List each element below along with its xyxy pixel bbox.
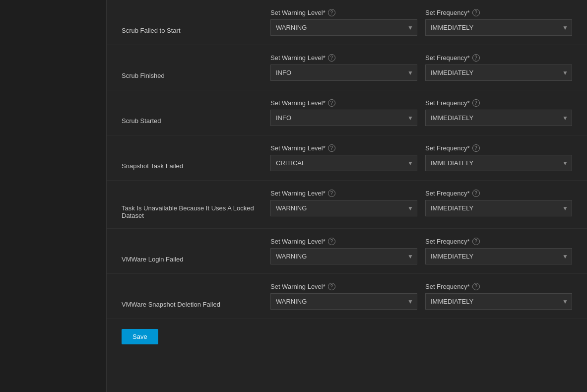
warning-select-snapshot-task-failed[interactable]: INFOWARNINGCRITICALALERT <box>270 155 417 171</box>
warning-field-vmware-login-failed: Set Warning Level*?INFOWARNINGCRITICALAL… <box>270 238 417 264</box>
sidebar <box>0 0 107 392</box>
label-vmware-snapshot-deletion-failed: VMWare Snapshot Deletion Failed <box>122 283 261 308</box>
field-pair-scrub-started: Set Warning Level*?INFOWARNINGCRITICALAL… <box>270 99 572 126</box>
frequency-select-snapshot-task-failed[interactable]: IMMEDIATELYHOURLYDAILYWEEKLY <box>425 155 572 171</box>
frequency-select-scrub-started[interactable]: IMMEDIATELYHOURLYDAILYWEEKLY <box>425 110 572 126</box>
frequency-select-wrapper-task-unavailable-locked-dataset: IMMEDIATELYHOURLYDAILYWEEKLY▼ <box>425 200 572 216</box>
frequency-field-scrub-started: Set Frequency*?IMMEDIATELYHOURLYDAILYWEE… <box>425 99 572 126</box>
warning-field-scrub-finished: Set Warning Level*?INFOWARNINGCRITICALAL… <box>270 54 417 81</box>
frequency-label-text-scrub-started: Set Frequency* <box>425 99 470 107</box>
warning-select-scrub-finished[interactable]: INFOWARNINGCRITICALALERT <box>270 65 417 81</box>
frequency-label-text-vmware-login-failed: Set Frequency* <box>425 238 470 245</box>
label-scrub-failed-to-start: Scrub Failed to Start <box>122 9 261 34</box>
warning-label-text-task-unavailable-locked-dataset: Set Warning Level* <box>270 190 326 197</box>
frequency-label-text-snapshot-task-failed: Set Frequency* <box>425 144 470 152</box>
frequency-field-task-unavailable-locked-dataset: Set Frequency*?IMMEDIATELYHOURLYDAILYWEE… <box>425 190 572 216</box>
field-pair-scrub-finished: Set Warning Level*?INFOWARNINGCRITICALAL… <box>270 54 572 81</box>
warning-select-task-unavailable-locked-dataset[interactable]: INFOWARNINGCRITICALALERT <box>270 200 417 216</box>
warning-label-text-scrub-failed-to-start: Set Warning Level* <box>270 9 326 16</box>
label-scrub-finished: Scrub Finished <box>122 54 261 79</box>
warning-help-icon-vmware-snapshot-deletion-failed[interactable]: ? <box>328 283 335 290</box>
frequency-select-vmware-snapshot-deletion-failed[interactable]: IMMEDIATELYHOURLYDAILYWEEKLY <box>425 293 572 310</box>
warning-label-text-vmware-login-failed: Set Warning Level* <box>270 238 326 245</box>
frequency-label-task-unavailable-locked-dataset: Set Frequency*? <box>425 190 572 197</box>
warning-help-icon-vmware-login-failed[interactable]: ? <box>328 238 335 245</box>
warning-label-scrub-finished: Set Warning Level*? <box>270 54 417 62</box>
frequency-help-icon-scrub-finished[interactable]: ? <box>472 54 480 62</box>
frequency-field-snapshot-task-failed: Set Frequency*?IMMEDIATELYHOURLYDAILYWEE… <box>425 144 572 171</box>
main-content: Scrub Failed to StartSet Warning Level*?… <box>107 0 587 392</box>
frequency-label-scrub-finished: Set Frequency*? <box>425 54 572 62</box>
row-vmware-snapshot-deletion-failed: VMWare Snapshot Deletion FailedSet Warni… <box>107 274 587 319</box>
frequency-select-task-unavailable-locked-dataset[interactable]: IMMEDIATELYHOURLYDAILYWEEKLY <box>425 200 572 216</box>
fields-scrub-finished: Set Warning Level*?INFOWARNINGCRITICALAL… <box>270 54 572 81</box>
warning-help-icon-snapshot-task-failed[interactable]: ? <box>328 144 335 152</box>
label-scrub-started: Scrub Started <box>122 99 261 125</box>
warning-label-text-scrub-started: Set Warning Level* <box>270 99 326 107</box>
row-scrub-failed-to-start: Scrub Failed to StartSet Warning Level*?… <box>107 0 587 45</box>
row-vmware-login-failed: VMWare Login FailedSet Warning Level*?IN… <box>107 229 587 274</box>
frequency-help-icon-vmware-snapshot-deletion-failed[interactable]: ? <box>472 283 480 290</box>
footer: Save <box>107 319 587 354</box>
frequency-select-wrapper-snapshot-task-failed: IMMEDIATELYHOURLYDAILYWEEKLY▼ <box>425 155 572 171</box>
warning-label-text-scrub-finished: Set Warning Level* <box>270 54 326 62</box>
warning-help-icon-scrub-started[interactable]: ? <box>328 99 335 107</box>
warning-select-wrapper-task-unavailable-locked-dataset: INFOWARNINGCRITICALALERT▼ <box>270 200 417 216</box>
rows-container: Scrub Failed to StartSet Warning Level*?… <box>107 0 587 319</box>
fields-vmware-login-failed: Set Warning Level*?INFOWARNINGCRITICALAL… <box>270 238 572 264</box>
page-wrapper: Scrub Failed to StartSet Warning Level*?… <box>0 0 587 392</box>
frequency-label-text-scrub-finished: Set Frequency* <box>425 54 470 62</box>
frequency-help-icon-task-unavailable-locked-dataset[interactable]: ? <box>472 190 480 197</box>
label-snapshot-task-failed: Snapshot Task Failed <box>122 144 261 170</box>
warning-select-wrapper-scrub-started: INFOWARNINGCRITICALALERT▼ <box>270 110 417 126</box>
fields-snapshot-task-failed: Set Warning Level*?INFOWARNINGCRITICALAL… <box>270 144 572 171</box>
row-task-unavailable-locked-dataset: Task Is Unavailable Because It Uses A Lo… <box>107 181 587 229</box>
frequency-help-icon-snapshot-task-failed[interactable]: ? <box>472 144 480 152</box>
save-button[interactable]: Save <box>122 329 158 344</box>
frequency-help-icon-scrub-failed-to-start[interactable]: ? <box>472 9 480 16</box>
warning-label-scrub-started: Set Warning Level*? <box>270 99 417 107</box>
frequency-label-vmware-snapshot-deletion-failed: Set Frequency*? <box>425 283 572 290</box>
fields-scrub-started: Set Warning Level*?INFOWARNINGCRITICALAL… <box>270 99 572 126</box>
warning-help-icon-task-unavailable-locked-dataset[interactable]: ? <box>328 190 335 197</box>
field-pair-snapshot-task-failed: Set Warning Level*?INFOWARNINGCRITICALAL… <box>270 144 572 171</box>
warning-label-snapshot-task-failed: Set Warning Level*? <box>270 144 417 152</box>
warning-select-vmware-snapshot-deletion-failed[interactable]: INFOWARNINGCRITICALALERT <box>270 293 417 310</box>
warning-label-vmware-login-failed: Set Warning Level*? <box>270 238 417 245</box>
warning-select-wrapper-scrub-failed-to-start: INFOWARNINGCRITICALALERT▼ <box>270 19 417 36</box>
frequency-label-text-task-unavailable-locked-dataset: Set Frequency* <box>425 190 470 197</box>
frequency-label-scrub-failed-to-start: Set Frequency*? <box>425 9 572 16</box>
warning-field-vmware-snapshot-deletion-failed: Set Warning Level*?INFOWARNINGCRITICALAL… <box>270 283 417 310</box>
frequency-select-wrapper-scrub-finished: IMMEDIATELYHOURLYDAILYWEEKLY▼ <box>425 65 572 81</box>
frequency-field-scrub-finished: Set Frequency*?IMMEDIATELYHOURLYDAILYWEE… <box>425 54 572 81</box>
row-scrub-finished: Scrub FinishedSet Warning Level*?INFOWAR… <box>107 45 587 90</box>
warning-select-scrub-failed-to-start[interactable]: INFOWARNINGCRITICALALERT <box>270 19 417 36</box>
frequency-select-vmware-login-failed[interactable]: IMMEDIATELYHOURLYDAILYWEEKLY <box>425 248 572 264</box>
warning-select-wrapper-snapshot-task-failed: INFOWARNINGCRITICALALERT▼ <box>270 155 417 171</box>
warning-select-wrapper-vmware-login-failed: INFOWARNINGCRITICALALERT▼ <box>270 248 417 264</box>
warning-help-icon-scrub-finished[interactable]: ? <box>328 54 335 62</box>
warning-select-wrapper-vmware-snapshot-deletion-failed: INFOWARNINGCRITICALALERT▼ <box>270 293 417 310</box>
field-pair-scrub-failed-to-start: Set Warning Level*?INFOWARNINGCRITICALAL… <box>270 9 572 36</box>
frequency-select-wrapper-scrub-failed-to-start: IMMEDIATELYHOURLYDAILYWEEKLY▼ <box>425 19 572 36</box>
warning-field-scrub-started: Set Warning Level*?INFOWARNINGCRITICALAL… <box>270 99 417 126</box>
frequency-help-icon-scrub-started[interactable]: ? <box>472 99 480 107</box>
warning-select-vmware-login-failed[interactable]: INFOWARNINGCRITICALALERT <box>270 248 417 264</box>
field-pair-vmware-login-failed: Set Warning Level*?INFOWARNINGCRITICALAL… <box>270 238 572 264</box>
warning-label-task-unavailable-locked-dataset: Set Warning Level*? <box>270 190 417 197</box>
row-scrub-started: Scrub StartedSet Warning Level*?INFOWARN… <box>107 90 587 135</box>
frequency-label-scrub-started: Set Frequency*? <box>425 99 572 107</box>
frequency-select-wrapper-vmware-snapshot-deletion-failed: IMMEDIATELYHOURLYDAILYWEEKLY▼ <box>425 293 572 310</box>
frequency-help-icon-vmware-login-failed[interactable]: ? <box>472 238 480 245</box>
frequency-select-scrub-failed-to-start[interactable]: IMMEDIATELYHOURLYDAILYWEEKLY <box>425 19 572 36</box>
frequency-select-wrapper-scrub-started: IMMEDIATELYHOURLYDAILYWEEKLY▼ <box>425 110 572 126</box>
warning-select-wrapper-scrub-finished: INFOWARNINGCRITICALALERT▼ <box>270 65 417 81</box>
frequency-field-scrub-failed-to-start: Set Frequency*?IMMEDIATELYHOURLYDAILYWEE… <box>425 9 572 36</box>
warning-label-vmware-snapshot-deletion-failed: Set Warning Level*? <box>270 283 417 290</box>
frequency-select-scrub-finished[interactable]: IMMEDIATELYHOURLYDAILYWEEKLY <box>425 65 572 81</box>
frequency-label-vmware-login-failed: Set Frequency*? <box>425 238 572 245</box>
warning-select-scrub-started[interactable]: INFOWARNINGCRITICALALERT <box>270 110 417 126</box>
frequency-label-text-vmware-snapshot-deletion-failed: Set Frequency* <box>425 283 470 290</box>
warning-label-text-snapshot-task-failed: Set Warning Level* <box>270 144 326 152</box>
warning-help-icon-scrub-failed-to-start[interactable]: ? <box>328 9 335 16</box>
